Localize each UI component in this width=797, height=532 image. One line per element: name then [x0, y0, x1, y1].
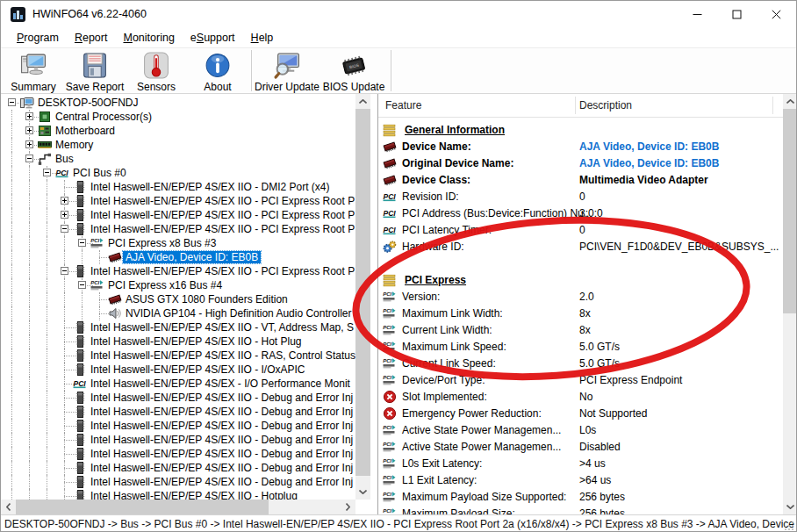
tree-row[interactable]: Intel Haswell-EN/EP/EP 4S/EX IIO - Debug…	[1, 461, 355, 475]
tree-row[interactable]: PCIIntel Haswell-EN/EP/EP 4S/EX - I/O Pe…	[1, 377, 355, 391]
tree-hscroll-thumb[interactable]	[16, 500, 269, 514]
scroll-down-arrow-icon[interactable]	[783, 500, 797, 514]
details-row[interactable]: Emergency Power Reduction:Not Supported	[378, 406, 783, 422]
details-row[interactable]: PCICurrent Link Width:8x	[378, 322, 783, 339]
tree-row[interactable]: Motherboard	[1, 124, 355, 138]
pcie-icon: PCI	[383, 490, 397, 504]
tree-row[interactable]: Intel Haswell-EN/EP/EP 4S/EX IIO - Debug…	[1, 419, 355, 433]
collapse-toggle[interactable]	[61, 225, 68, 233]
maximize-button[interactable]	[717, 1, 757, 27]
tree-row[interactable]: Intel Haswell-EN/EP/EP 4S/EX IIO - PCI E…	[1, 264, 355, 278]
details-row[interactable]: PCIL1 Exit Latency:>64 us	[378, 472, 783, 489]
tree-vscroll-thumb[interactable]	[355, 109, 370, 476]
tree-vertical-scrollbar[interactable]	[355, 94, 370, 500]
column-divider[interactable]	[772, 97, 773, 114]
expand-toggle[interactable]	[25, 140, 33, 148]
scroll-up-arrow-icon[interactable]	[355, 94, 370, 109]
details-row[interactable]: PCIMaximum Payload Size:256 bytes	[378, 506, 783, 515]
collapse-toggle[interactable]	[8, 98, 16, 106]
collapse-toggle[interactable]	[78, 281, 86, 289]
tree-row[interactable]: Central Processor(s)	[1, 110, 355, 124]
column-divider[interactable]	[575, 97, 576, 114]
expand-toggle[interactable]	[61, 211, 68, 219]
tree-row[interactable]: Intel Haswell-EN/EP/EP 4S/EX IIO - Debug…	[1, 475, 355, 489]
resize-grip[interactable]	[784, 521, 794, 531]
tree-row[interactable]: Bus	[1, 152, 355, 166]
menu-item-esupport[interactable]: eSupport	[183, 30, 243, 46]
expand-toggle[interactable]	[61, 197, 68, 205]
tree-row[interactable]: Intel Haswell-EN/EP/EP 4S/EX IIO - PCI E…	[1, 194, 355, 208]
tree-row[interactable]: PCIPCI Express x8 Bus #3	[1, 236, 355, 250]
pcie-icon: PCI	[383, 323, 397, 337]
details-row[interactable]: Device Class:Multimedia Video Adapter	[378, 172, 783, 189]
scroll-down-arrow-icon[interactable]	[355, 485, 370, 500]
toolbar-button-sensors[interactable]: Sensors	[126, 48, 187, 93]
tree-row[interactable]: NVIDIA GP104 - High Definition Audio Con…	[1, 306, 355, 320]
tree-row[interactable]: Intel Haswell-EN/EP/EP 4S/EX IIO - Debug…	[1, 447, 355, 461]
tree-row[interactable]: PCIPCI Bus #0	[1, 166, 355, 180]
tree-row[interactable]: Intel Haswell-EN/EP/EP 4S/EX IIO - Debug…	[1, 391, 355, 405]
details-row[interactable]: Slot Implemented:No	[378, 389, 783, 406]
expand-toggle[interactable]	[25, 126, 33, 134]
details-row[interactable]: PCIDevice/Port Type:PCI Express Endpoint	[378, 372, 783, 389]
tree-row[interactable]: Intel Haswell-EN/EP/EP 4S/EX IIO - PCI E…	[1, 222, 355, 236]
details-row[interactable]: PCIRevision ID:0	[378, 189, 783, 205]
tree-row[interactable]: Intel Haswell-EN/EP/EP 4S/EX IIO - I/OxA…	[1, 363, 355, 377]
panel-splitter[interactable]	[370, 94, 377, 514]
tree-row[interactable]: PCIPCI Express x16 Bus #4	[1, 278, 355, 292]
details-row[interactable]: PCIMaximum Link Width:8x	[378, 306, 783, 322]
scroll-up-arrow-icon[interactable]	[783, 94, 797, 109]
details-row[interactable]: PCIVersion:2.0	[378, 289, 783, 306]
column-header-description[interactable]: Description	[579, 99, 632, 111]
details-vscroll-thumb[interactable]	[783, 109, 797, 313]
toolbar-button-driver-update[interactable]: Driver Update	[255, 48, 320, 93]
menu-item-program[interactable]: Program	[9, 30, 67, 46]
details-row[interactable]: PCICurrent Link Speed:5.0 GT/s	[378, 356, 783, 372]
details-row[interactable]: PCIL0s Exit Latency:>4 us	[378, 456, 783, 472]
toolbar-button-summary[interactable]: Summary	[3, 48, 64, 93]
close-button[interactable]	[757, 1, 796, 27]
menu-item-help[interactable]: Help	[243, 30, 282, 46]
details-row[interactable]: Hardware ID:PCI\VEN_F1D0&DEV_EB0B&SUBSYS…	[378, 239, 783, 255]
chip-red-icon	[383, 156, 397, 170]
menu-item-report[interactable]: Report	[67, 30, 116, 46]
tree-row[interactable]: Intel Haswell-EN/EP/EP 4S/EX IIO - Debug…	[1, 405, 355, 419]
details-row[interactable]: Original Device Name:AJA Video, Device I…	[378, 155, 783, 172]
tree-row[interactable]: Intel Haswell-EN/EP/EP 4S/EX IIO - Hot P…	[1, 334, 355, 349]
tree-row[interactable]: Memory	[1, 138, 355, 152]
column-header-feature[interactable]: Feature	[385, 99, 421, 111]
details-row[interactable]: Device Name:AJA Video, Device ID: EB0B	[378, 139, 783, 155]
tree-row[interactable]: Intel Haswell-EN/EP/EP 4S/EX IIO - RAS, …	[1, 349, 355, 363]
tree-row[interactable]: Intel Haswell-EN/EP/EP 4S/EX IIO - Debug…	[1, 433, 355, 447]
scroll-left-arrow-icon[interactable]	[1, 500, 16, 514]
tree-row[interactable]: Intel Haswell-EN/EP/EP 4S/EX IIO - DMI2 …	[1, 180, 355, 194]
details-section-row[interactable]: PCI Express	[378, 272, 783, 289]
toolbar-button-save-report[interactable]: Save Report	[64, 48, 126, 93]
details-row[interactable]: PCIActive State Power Managemen...L0s	[378, 422, 783, 439]
tree-row[interactable]: Intel Haswell-EN/EP/EP 4S/EX IIO - Hotpl…	[1, 489, 355, 500]
scroll-right-arrow-icon[interactable]	[341, 500, 355, 514]
minimize-button[interactable]	[678, 1, 717, 27]
menu-item-monitoring[interactable]: Monitoring	[115, 30, 182, 46]
details-row[interactable]: PCIPCI Latency Timer:0	[378, 222, 783, 239]
expand-toggle[interactable]	[25, 112, 33, 120]
details-row[interactable]: PCIPCI Address (Bus:Device:Function) Nu.…	[378, 205, 783, 222]
feature-name: Maximum Link Width:	[402, 307, 503, 320]
toolbar-button-about[interactable]: About	[187, 48, 248, 93]
tree-row[interactable]: DESKTOP-50OFNDJ	[1, 96, 355, 110]
details-vertical-scrollbar[interactable]	[783, 94, 797, 514]
details-row[interactable]: PCIMaximum Link Speed:5.0 GT/s	[378, 339, 783, 356]
collapse-toggle[interactable]	[43, 169, 51, 176]
collapse-toggle[interactable]	[25, 155, 33, 162]
tree-horizontal-scrollbar[interactable]	[1, 500, 355, 514]
tree-row[interactable]: ASUS GTX 1080 Founders Edition	[1, 292, 355, 306]
details-row[interactable]: PCIMaximum Payload Size Supported:256 by…	[378, 489, 783, 506]
tree-row[interactable]: Intel Haswell-EN/EP/EP 4S/EX IIO - VT, A…	[1, 320, 355, 334]
tree-row[interactable]: Intel Haswell-EN/EP/EP 4S/EX IIO - PCI E…	[1, 208, 355, 222]
details-row[interactable]: PCIActive State Power Managemen...Disabl…	[378, 439, 783, 456]
details-section-row[interactable]: General Information	[378, 122, 783, 139]
collapse-toggle[interactable]	[61, 267, 68, 275]
collapse-toggle[interactable]	[78, 239, 86, 247]
toolbar-button-bios-update[interactable]: BIOSBIOS Update	[320, 48, 388, 93]
tree-row[interactable]: AJA Video, Device ID: EB0B	[1, 250, 355, 264]
